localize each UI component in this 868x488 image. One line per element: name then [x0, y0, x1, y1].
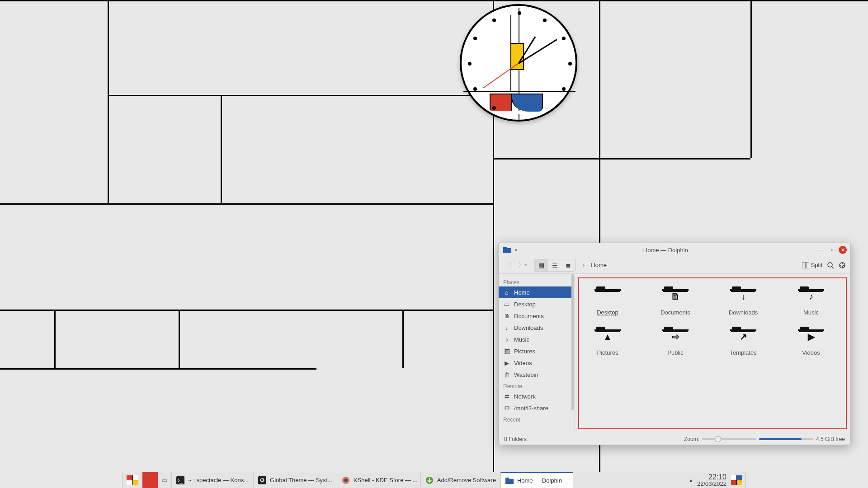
maximize-button[interactable]: ▫ — [828, 246, 836, 254]
folder-documents[interactable]: 🗎 Documents — [651, 286, 700, 316]
firefox-icon — [342, 476, 350, 484]
folder-videos[interactable]: ▶ Videos — [786, 327, 836, 356]
task-dolphin[interactable]: Home — Dolphin — [500, 472, 573, 488]
close-button[interactable]: ✕ — [839, 246, 847, 254]
minimize-button[interactable]: — — [817, 246, 825, 254]
dolphin-window: • Home — Dolphin — ▫ ✕ 〈 〉▾ ▦ ☰ ≣ › Home… — [498, 243, 851, 445]
downloads-icon: ↓ — [503, 324, 510, 331]
sidebar-item-pictures[interactable]: 🖼Pictures — [499, 345, 574, 357]
launcher-icon — [127, 475, 138, 485]
package-icon — [425, 476, 434, 484]
toolbar: 〈 〉▾ ▦ ☰ ≣ › Home Split — [499, 257, 850, 274]
sidebar-item-music[interactable]: ♪Music — [499, 333, 574, 345]
task-package[interactable]: Add/Remove Software — [420, 472, 500, 488]
documents-icon: 🗎 — [503, 312, 510, 319]
breadcrumb[interactable]: Home — [591, 262, 607, 268]
virtual-desktop-1[interactable] — [142, 472, 158, 488]
tray-clock[interactable]: 22:10 22/03/2022 — [697, 473, 726, 488]
taskbar: ▭ ›_~ : spectacle — Kons... ⚙Global Them… — [122, 472, 746, 488]
task-settings[interactable]: ⚙Global Theme — Syst... — [253, 472, 337, 488]
folder-icon: 🗎 — [662, 286, 689, 306]
folder-icon: ⇨ — [662, 327, 689, 347]
sidebar-item-label: Videos — [514, 360, 532, 366]
svg-rect-10 — [843, 265, 844, 266]
folder-icon — [594, 286, 621, 306]
folder-icon: ▶ — [798, 327, 824, 347]
sidebar-header-remote: Remote — [499, 380, 574, 390]
titlebar[interactable]: • Home — Dolphin — ▫ ✕ — [499, 243, 850, 257]
folder-desktop[interactable]: Desktop — [583, 286, 632, 316]
folder-icon — [502, 245, 512, 254]
folder-icon: ♪ — [798, 286, 824, 306]
sidebar-item-home[interactable]: ⌂Home — [499, 286, 574, 298]
sidebar-item-label: Downloads — [514, 324, 543, 331]
folder-downloads[interactable]: ↓ Downloads — [718, 286, 768, 316]
window-title: Home — Dolphin — [517, 247, 814, 253]
svg-rect-8 — [842, 266, 843, 267]
sidebar-item-label: Desktop — [514, 301, 536, 308]
svg-point-4 — [828, 263, 832, 267]
folder-pictures[interactable]: ▲ Pictures — [583, 327, 632, 356]
sidebar-scrollbar[interactable] — [571, 274, 574, 410]
folder-icon — [505, 477, 514, 485]
desktop-icon: ▭ — [503, 300, 510, 308]
task-label: KShell - KDE Store — ... — [354, 477, 418, 483]
split-button[interactable]: Split — [802, 262, 822, 268]
task-label: ~ : spectacle — Kons... — [188, 477, 249, 483]
sidebar-item-videos[interactable]: ▶Videos — [499, 357, 574, 369]
sidebar-item-network[interactable]: ⇄Network — [499, 390, 574, 402]
view-compact-button[interactable]: ☰ — [548, 259, 561, 271]
folder-label: Videos — [802, 349, 820, 356]
music-icon: ♪ — [503, 336, 510, 343]
zoom-slider[interactable] — [702, 438, 756, 440]
forward-button[interactable]: 〉▾ — [517, 260, 528, 271]
status-count: 8 Folders — [504, 436, 527, 442]
task-label: Global Theme — Syst... — [270, 477, 332, 483]
folder-templates[interactable]: ↗ Templates — [718, 327, 768, 356]
svg-rect-7 — [842, 263, 843, 264]
clock-time: 22:10 — [697, 473, 726, 481]
folder-grid[interactable]: Desktop 🗎 Documents ↓ Downloads ♪ Music … — [578, 277, 847, 429]
folder-icon: ↗ — [730, 327, 756, 347]
sidebar-item-documents[interactable]: 🗎Documents — [499, 310, 574, 322]
sidebar-item-label: Network — [514, 393, 536, 400]
folder-label: Desktop — [597, 309, 618, 316]
sidebar-header-recent: Recent — [499, 414, 574, 424]
view-icons-button[interactable]: ▦ — [534, 259, 548, 271]
view-details-button[interactable]: ≣ — [561, 259, 575, 271]
sidebar-item-downloads[interactable]: ↓Downloads — [499, 322, 574, 333]
sidebar-item-wastebin[interactable]: 🗑Wastebin — [499, 369, 574, 380]
app-launcher[interactable] — [123, 472, 142, 488]
sidebar-item-label: Home — [514, 289, 530, 296]
split-label: Split — [811, 262, 822, 268]
folder-icon: ↓ — [730, 286, 756, 306]
tray-expand-icon[interactable]: ▴ — [689, 477, 693, 483]
sidebar-item-label: Pictures — [514, 348, 535, 355]
menu-icon[interactable] — [839, 262, 846, 269]
terminal-icon: ›_ — [176, 476, 184, 484]
free-space-label: 4.5 GiB free — [816, 436, 845, 442]
analog-clock-widget[interactable] — [460, 4, 577, 122]
system-tray: ▴ 22:10 22/03/2022 — [686, 472, 745, 488]
svg-rect-9 — [840, 265, 841, 266]
chevron-right-icon: › — [583, 262, 585, 268]
svg-rect-15 — [505, 478, 509, 480]
sidebar-item-desktop[interactable]: ▭Desktop — [499, 298, 574, 310]
search-icon[interactable] — [827, 262, 834, 269]
zoom-label: Zoom: — [684, 436, 699, 442]
sidebar-item-mount[interactable]: ⛁/mnt/i3-share — [499, 402, 574, 414]
back-button[interactable]: 〈 — [503, 260, 514, 271]
folder-icon: ▲ — [594, 327, 621, 347]
videos-icon: ▶ — [503, 359, 510, 366]
drive-icon: ⛁ — [503, 404, 510, 412]
show-desktop-icon[interactable] — [731, 475, 742, 485]
task-konsole[interactable]: ›_~ : spectacle — Kons... — [171, 472, 253, 488]
sidebar: Places ⌂Home ▭Desktop 🗎Documents ↓Downlo… — [499, 274, 575, 433]
folder-label: Music — [803, 309, 819, 316]
folder-music[interactable]: ♪ Music — [786, 286, 836, 316]
task-firefox[interactable]: KShell - KDE Store — ... — [337, 472, 420, 488]
folder-label: Documents — [660, 309, 690, 316]
folder-public[interactable]: ⇨ Public — [651, 327, 700, 356]
virtual-desktop-2[interactable]: ▭ — [158, 472, 171, 488]
svg-point-12 — [344, 479, 348, 482]
